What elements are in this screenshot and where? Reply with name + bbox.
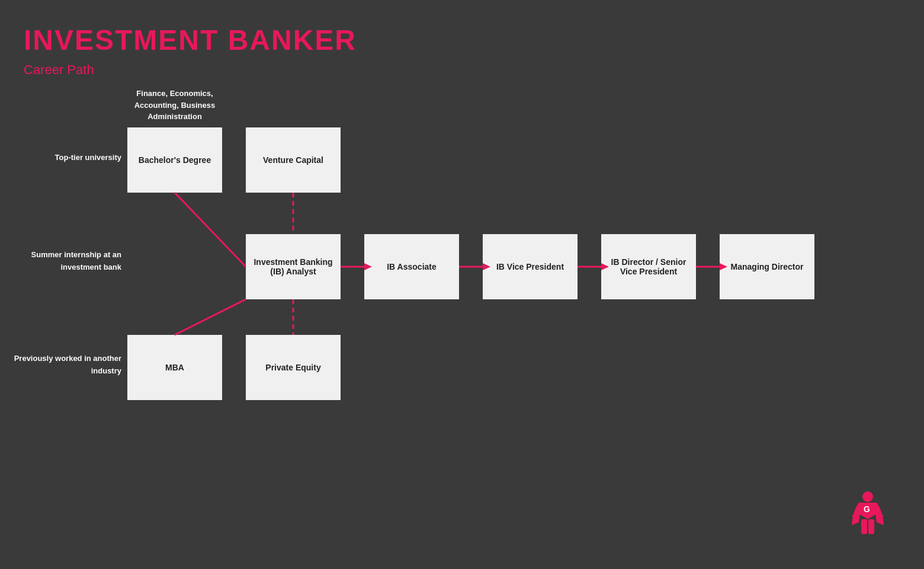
bachelors-degree-box: Bachelor's Degree	[127, 127, 222, 193]
svg-line-11	[175, 299, 246, 335]
page-title: INVESTMENT BANKER	[24, 24, 357, 56]
managing-director-box: Managing Director	[720, 234, 814, 299]
svg-text:G: G	[864, 504, 870, 514]
svg-rect-14	[868, 519, 874, 534]
ib-associate-box: IB Associate	[364, 234, 459, 299]
degree-subject-label: Finance, Economics, Accounting, Business…	[127, 88, 222, 123]
ib-vp-box: IB Vice President	[483, 234, 578, 299]
top-tier-label: Top-tier university	[0, 153, 121, 162]
svg-rect-13	[861, 519, 867, 534]
summer-internship-label: Summer internship at an investment bank	[0, 249, 121, 274]
svg-line-10	[175, 193, 246, 267]
svg-point-12	[862, 491, 873, 502]
mba-box: MBA	[127, 335, 222, 400]
private-equity-box: Private Equity	[246, 335, 341, 400]
logo: G	[847, 490, 888, 539]
ib-analyst-box: Investment Banking (IB) Analyst	[246, 234, 341, 299]
venture-capital-box: Venture Capital	[246, 127, 341, 193]
page-subtitle: Career Path	[24, 62, 94, 78]
ib-director-box: IB Director / Senior Vice President	[601, 234, 696, 299]
previously-worked-label: Previously worked in another industry	[0, 353, 121, 378]
